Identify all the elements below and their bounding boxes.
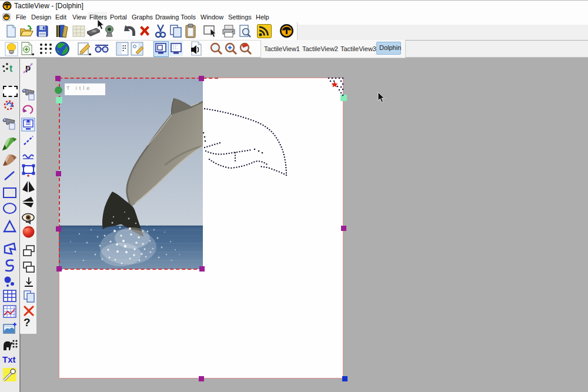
- svg-text:t: t: [9, 63, 13, 73]
- svg-text:p: p: [25, 62, 31, 72]
